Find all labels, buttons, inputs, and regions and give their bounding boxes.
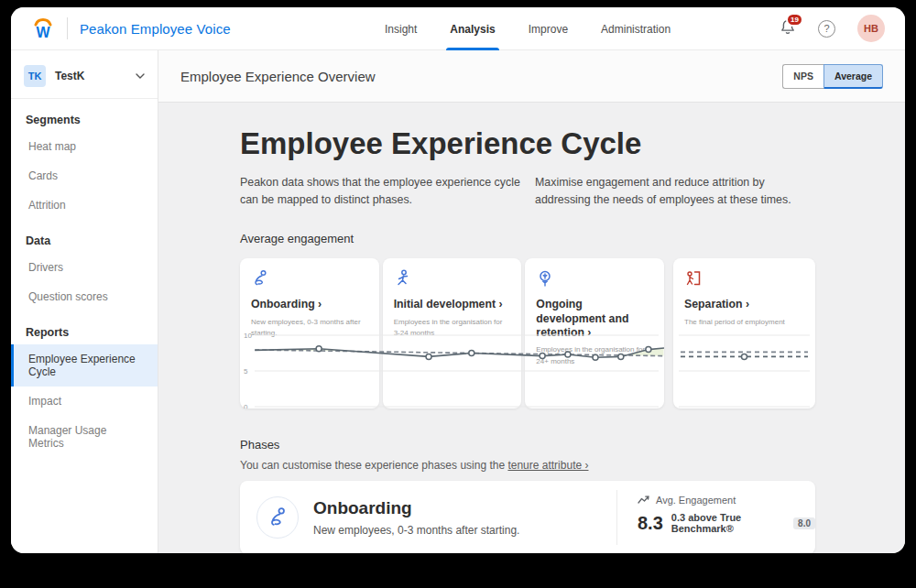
account-name: TestK [55, 70, 84, 82]
phase-desc: The final period of employment [684, 317, 804, 329]
sidebar-item-impact[interactable]: Impact [11, 387, 158, 416]
phase-card-onboarding[interactable]: Onboarding › New employees, 0-3 months a… [240, 258, 379, 408]
sidebar: TK TestK Segments Heat map Cards Attriti… [11, 50, 158, 553]
phase-card-ongoing-development[interactable]: Ongoing development and retention › Empl… [525, 258, 664, 408]
tree-icon [536, 269, 554, 288]
page-title: Employee Experience Overview [180, 69, 376, 84]
notification-count-badge: 19 [786, 13, 803, 27]
detail-title: Onboarding [313, 498, 519, 518]
onboarding-detail-card: Onboarding New employees, 0-3 months aft… [240, 481, 815, 553]
running-person-icon [394, 269, 412, 288]
onboarding-detail-left: Onboarding New employees, 0-3 months aft… [240, 481, 616, 553]
phase-cards-row: Onboarding › New employees, 0-3 months a… [240, 258, 815, 408]
phase-desc: New employees, 0-3 months after starting… [251, 317, 368, 341]
intro-left: Peakon data shows that the employee expe… [240, 174, 520, 208]
content-scroll-area: Employee Experience Cycle Peakon data sh… [158, 103, 905, 553]
chart-section-label: Average engagement [240, 232, 905, 245]
phase-card-initial-development[interactable]: Initial development › Employees in the o… [383, 258, 522, 408]
exit-person-icon [684, 269, 703, 288]
sidebar-item-employee-experience-cycle[interactable]: Employee Experience Cycle [11, 344, 158, 387]
phase-icon-circle [256, 496, 299, 539]
app-window: W Peakon Employee Voice Insight Analysis… [11, 7, 905, 553]
separation-chart [673, 328, 815, 408]
benchmark-text: 0.3 above True Benchmark® [671, 512, 788, 534]
sidebar-item-attrition[interactable]: Attrition [11, 191, 158, 220]
account-badge: TK [24, 65, 46, 87]
phase-group: Onboarding › New employees, 0-3 months a… [240, 258, 664, 408]
nps-average-toggle: NPS Average [782, 64, 883, 89]
primary-nav: Insight Analysis Improve Administration [385, 7, 671, 50]
seated-person-icon [267, 506, 289, 528]
sidebar-item-heat-map[interactable]: Heat map [11, 132, 158, 161]
trend-icon [638, 495, 650, 506]
seated-person-icon [251, 269, 269, 288]
sidebar-item-drivers[interactable]: Drivers [11, 253, 158, 282]
nav-analysis[interactable]: Analysis [450, 7, 495, 50]
section-reports: Reports [11, 311, 158, 344]
phase-title-link[interactable]: Onboarding › [251, 298, 368, 311]
nps-toggle-button[interactable]: NPS [782, 64, 823, 89]
divider [67, 17, 68, 39]
sidebar-item-question-scores[interactable]: Question scores [11, 282, 158, 311]
onboarding-detail-metrics: Avg. Engagement 8.3 0.3 above True Bench… [617, 481, 815, 553]
notifications-button[interactable]: 19 [780, 18, 796, 39]
phases-section-text: You can customise these experience phase… [240, 459, 905, 472]
phase-card-separation[interactable]: Separation › The final period of employm… [673, 258, 815, 408]
main-area: Employee Experience Overview NPS Average… [158, 50, 905, 553]
detail-desc: New employees, 0-3 months after starting… [313, 524, 519, 537]
phases-section-title: Phases [240, 438, 905, 452]
topbar: W Peakon Employee Voice Insight Analysis… [11, 7, 905, 50]
intro-right: Maximise engagement and reduce attrition… [535, 174, 815, 208]
benchmark-value-badge: 8.0 [793, 517, 815, 529]
phases-text-static: You can customise these experience phase… [240, 459, 505, 472]
intro-row: Peakon data shows that the employee expe… [240, 174, 815, 208]
help-button[interactable]: ? [818, 20, 835, 38]
cycle-heading: Employee Experience Cycle [240, 126, 905, 161]
sidebar-item-manager-usage-metrics[interactable]: Manager Usage Metrics [11, 416, 158, 458]
tenure-attribute-link[interactable]: tenure attribute › [507, 459, 588, 472]
brand-title: Peakon Employee Voice [80, 21, 231, 37]
svg-text:W: W [36, 25, 50, 40]
avatar[interactable]: HB [857, 15, 885, 42]
phase-title-link[interactable]: Initial development › [394, 298, 511, 311]
nav-administration[interactable]: Administration [601, 7, 671, 50]
nav-improve[interactable]: Improve [529, 7, 568, 50]
topbar-actions: 19 ? HB [780, 15, 885, 42]
phase-desc: Employees in the organisation for 24+ mo… [536, 344, 653, 368]
metric-label: Avg. Engagement [656, 495, 736, 506]
section-segments: Segments [11, 99, 158, 132]
phase-title-link[interactable]: Separation › [684, 298, 804, 311]
phase-title-link[interactable]: Ongoing development and retention › [536, 298, 653, 340]
average-toggle-button[interactable]: Average [823, 64, 883, 89]
chevron-down-icon [136, 73, 145, 79]
sidebar-item-cards[interactable]: Cards [11, 161, 158, 191]
account-switcher[interactable]: TK TestK [11, 56, 158, 99]
nav-insight[interactable]: Insight [385, 7, 417, 50]
engagement-score: 8.3 [638, 513, 663, 534]
page-header: Employee Experience Overview NPS Average [158, 50, 905, 103]
section-data: Data [11, 220, 158, 253]
phase-desc: Employees in the organisation for 3-24 m… [394, 317, 511, 341]
workday-logo-icon[interactable]: W [31, 16, 55, 40]
